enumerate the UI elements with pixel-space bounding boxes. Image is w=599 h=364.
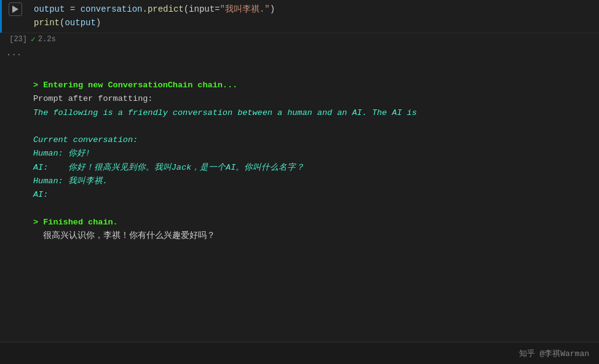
exec-time: 2.2s [38,35,56,44]
output-blank2 [33,120,599,133]
output-ai1-text: AI: 你好！很高兴见到你。我叫Jack，是一个AI。你叫什么名字？ [33,163,304,172]
ellipsis-row: ... [0,46,599,60]
output-human2: Human: 我叫李祺. [33,175,599,188]
svg-marker-0 [12,6,18,13]
code-line-1: output = conversation.predict(input="我叫李… [34,2,594,16]
output-chain-enter: > Entering new ConversationChain chain..… [33,79,599,92]
output-prompt-label: Prompt after formatting: [33,92,599,106]
output-human1: Human: 你好! [33,147,599,160]
code-content: output = conversation.predict(input="我叫李… [29,0,599,33]
code-cell: output = conversation.predict(input="我叫李… [0,0,599,46]
output-following: The following is a friendly conversation… [33,106,599,120]
output-blank3 [33,202,599,215]
notebook: output = conversation.predict(input="我叫李… [0,0,599,364]
output-following-text: The following is a friendly conversation… [33,108,417,117]
output-finished-text: > Finished chain. [33,218,118,227]
ellipsis-text: ... [6,48,22,58]
output-current-conv-text: Current conversation: [33,135,138,144]
output-chain-enter-text: > Entering new ConversationChain chain..… [33,81,237,90]
output-human2-text: Human: 我叫李祺. [33,176,108,186]
exec-number: [23] [6,35,31,44]
output-current-conv: Current conversation: [33,133,599,147]
output-prompt-label-text: Prompt after formatting: [33,94,153,103]
bottom-bar: 知乎 @李祺Warman [0,342,599,364]
output-ai1: AI: 你好！很高兴见到你。我叫Jack，是一个AI。你叫什么名字？ [33,161,599,175]
code-line-2: print(output) [34,16,594,30]
exec-check: ✓ [31,34,36,44]
run-button[interactable] [9,2,22,16]
output-finished: > Finished chain. [33,216,599,229]
output-result: 很高兴认识你，李祺！你有什么兴趣爱好吗？ [33,229,599,243]
output-result-text: 很高兴认识你，李祺！你有什么兴趣爱好吗？ [33,231,215,240]
output-area: > Entering new ConversationChain chain..… [0,60,599,342]
watermark: 知乎 @李祺Warman [519,348,589,359]
output-ai2-text: AI: [33,190,48,199]
cell-controls [2,0,29,33]
output-line-blank1 [33,65,599,79]
output-ai2: AI: [33,188,599,202]
cell-footer: [23] ✓ 2.2s [0,33,599,46]
output-human1-text: Human: 你好! [33,149,90,158]
